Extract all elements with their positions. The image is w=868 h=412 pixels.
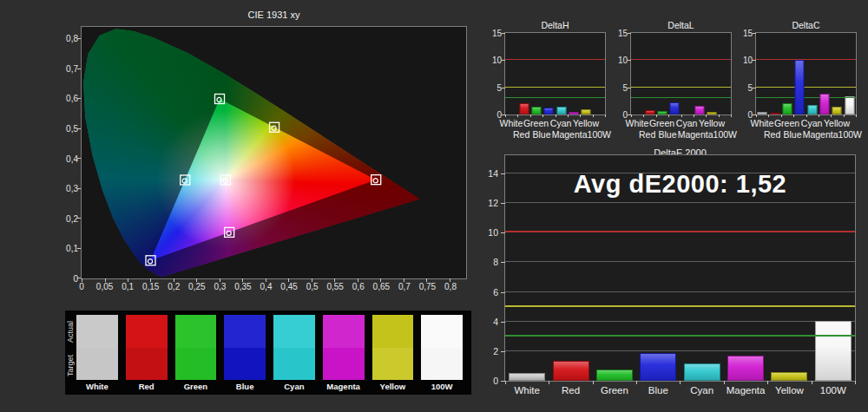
swatch-yellow-target [372, 348, 414, 381]
swatch-green [175, 315, 217, 380]
deltae-y-tick: 10 [488, 227, 498, 238]
swatch-strip [76, 315, 463, 380]
deltae-x-label: Yellow [767, 385, 811, 396]
refline-limit-red [505, 59, 605, 60]
refline-warn-yellow [505, 87, 605, 88]
refline-warn-yellow [631, 87, 731, 88]
swatch-label: Yellow [372, 382, 414, 393]
deltae-x-label: Magenta [724, 385, 767, 396]
cie-gamut-overlay [82, 27, 466, 278]
swatch-green-target [175, 348, 217, 381]
swatch-blue [224, 315, 266, 380]
deltah-plot [505, 33, 605, 114]
deltac-x-label: Magenta [803, 129, 838, 140]
refline-good-green [756, 97, 856, 98]
deltah-x-label: Cyan [549, 118, 573, 128]
deltal-plot [631, 33, 731, 114]
deltac-x-label: Blue [782, 129, 802, 140]
bar-100w [845, 96, 854, 114]
deltah-x-label: Red [511, 129, 531, 140]
swatch-labels: WhiteRedGreenBlueCyanMagentaYellow100W [76, 382, 463, 393]
deltah-y-tick: 10 [492, 56, 502, 65]
swatch-panel: Actual Target [65, 311, 471, 395]
cie-y-tick: 0,4 [66, 154, 78, 163]
bar-blue [640, 353, 676, 381]
swatch-cyan-target [273, 348, 315, 381]
cie-y-tick: 0,6 [66, 94, 78, 103]
cie-x-tick: 0,5 [306, 282, 319, 291]
swatch-magenta-actual [323, 315, 365, 348]
cie-y-tick: 0,2 [66, 213, 78, 223]
cie-y-tick: 0,8 [66, 34, 78, 43]
deltae-y-tickmarks [501, 173, 505, 382]
swatch-label: Green [175, 382, 217, 393]
cie-x-tick: 0,7 [398, 282, 411, 291]
deltae-y-tick: 0 [493, 376, 498, 386]
deltah-x-tickmarks [505, 114, 606, 117]
deltac-x-labels-row1: WhiteGreenCyanYellow [750, 118, 850, 128]
bar-magenta [820, 94, 830, 114]
bar-blue [795, 60, 805, 114]
deltal-x-label: Green [649, 118, 674, 128]
bar-red [770, 113, 779, 114]
deltac-y-tick: 10 [743, 56, 753, 65]
deltal-title: DeltaL [631, 20, 731, 30]
bar-cyan [807, 105, 817, 114]
refline-good-green [631, 97, 731, 98]
refline-limit-red [631, 59, 731, 60]
cie-x-tick: 0,35 [234, 282, 251, 291]
deltae-y-tick: 6 [493, 287, 498, 298]
cie-y-axis-labels: 0,80,70,60,50,40,30,20,10 [49, 38, 78, 278]
cie-x-tick: 0,45 [280, 282, 297, 291]
swatch-white [76, 315, 118, 380]
bar-red [519, 103, 529, 114]
deltae-x-label: White [505, 385, 549, 396]
cie-x-tick: 0,3 [214, 282, 226, 291]
bar-cyan [684, 363, 720, 381]
cie-chart-title: CIE 1931 xy [82, 10, 466, 20]
deltac-x-label: White [750, 118, 774, 128]
refline-warn-yellow [756, 87, 856, 88]
deltah-x-label: Magenta [552, 129, 588, 140]
deltah-y-tickmarks [502, 33, 505, 115]
bar-cyan [556, 107, 566, 114]
cie-x-tick: 0,2 [168, 282, 180, 291]
swatch-magenta-target [323, 348, 365, 381]
bar-yellow [582, 109, 591, 114]
swatch-cyan [273, 315, 315, 380]
bar-red [645, 110, 654, 114]
deltac-x-label: Yellow [824, 118, 850, 128]
swatch-100w-actual [421, 315, 463, 348]
cie-y-tick: 0,3 [66, 184, 78, 193]
deltah-x-label: Green [523, 118, 549, 128]
cie-x-axis-labels: 00,050,10,150,20,250,30,350,40,450,50,55… [82, 282, 450, 294]
gridline [505, 202, 855, 203]
cie-plot [82, 27, 466, 278]
cie-x-tick: 0,55 [326, 282, 343, 291]
deltae-x-label: Green [593, 385, 636, 396]
deltac-x-labels-row2: RedBlueMagenta100W [762, 129, 862, 140]
bar-white [758, 112, 767, 114]
bar-magenta [695, 106, 705, 114]
bar-green [596, 369, 633, 381]
avg-de2000-text: Avg dE2000: 1,52 [505, 170, 855, 199]
bar-100w [815, 321, 852, 381]
deltae-y-tick: 2 [493, 346, 498, 356]
bar-red [553, 361, 589, 381]
swatch-label: Blue [224, 382, 266, 393]
swatch-label: Cyan [273, 382, 315, 393]
deltae-x-labels: WhiteRedGreenBlueCyanMagentaYellow100W [505, 385, 855, 396]
deltae-y-tick: 12 [488, 198, 498, 208]
cie-x-tick: 0 [79, 282, 84, 291]
swatch-white-actual [76, 315, 118, 348]
deltae-x-label: Blue [636, 385, 680, 396]
gridline [505, 291, 855, 292]
swatch-label: 100W [421, 382, 463, 393]
deltal-x-label: White [625, 118, 649, 128]
bar-yellow [832, 107, 842, 114]
cie-y-tick: 0,7 [66, 63, 78, 73]
swatch-white-target [76, 348, 118, 381]
bar-yellow [707, 112, 717, 114]
deltah-x-labels-row2: RedBlueMagenta100W [511, 129, 611, 140]
swatch-label: Red [126, 382, 168, 393]
